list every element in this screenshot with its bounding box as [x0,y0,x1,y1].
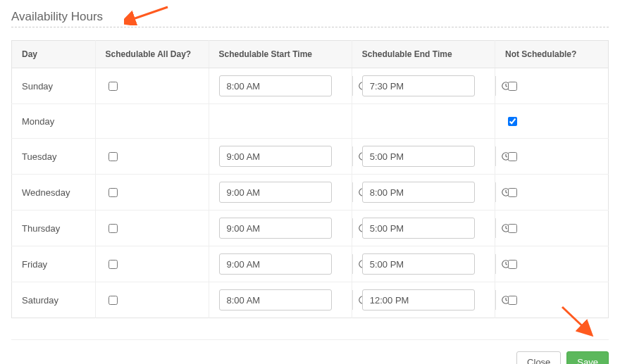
end-time-input[interactable] [363,187,495,198]
day-cell: Friday [12,246,96,282]
allday-checkbox[interactable] [108,224,118,233]
not-schedulable-checkbox[interactable] [508,224,517,233]
start-cell [209,282,352,318]
table-row: Wednesday [12,175,609,211]
end-cell [352,104,495,139]
not-cell [495,68,609,104]
end-cell [352,139,495,175]
end-time-input[interactable] [363,223,495,234]
start-time-input[interactable] [220,187,352,198]
start-cell [209,246,352,282]
start-time-input[interactable] [220,223,352,234]
end-time-input[interactable] [363,81,495,92]
day-cell: Monday [12,104,96,139]
allday-checkbox[interactable] [108,188,118,197]
col-header-end: Schedulable End Time [352,41,495,68]
not-schedulable-checkbox[interactable] [508,260,517,269]
not-cell [495,175,609,211]
annotation-arrow-icon [124,4,173,25]
table-row: Friday [12,246,609,282]
table-row: Monday [12,104,609,139]
table-row: Saturday [12,282,609,318]
col-header-start: Schedulable Start Time [209,41,352,68]
start-time-field[interactable] [219,218,332,239]
not-schedulable-checkbox[interactable] [508,82,517,91]
end-cell [352,211,495,246]
save-button[interactable]: Save [566,351,609,364]
start-time-field[interactable] [219,75,332,96]
allday-cell [95,282,209,318]
day-cell: Wednesday [12,175,96,211]
not-cell [495,246,609,282]
not-schedulable-checkbox[interactable] [508,152,517,161]
end-time-input[interactable] [363,151,495,162]
allday-cell [95,139,209,175]
start-cell [209,68,352,104]
day-cell: Thursday [12,211,96,246]
allday-cell [95,175,209,211]
footer: Close Save [11,339,609,364]
start-time-input[interactable] [220,151,352,162]
end-time-field[interactable] [362,289,475,310]
end-time-field[interactable] [362,253,475,275]
day-cell: Saturday [12,282,96,318]
start-time-field[interactable] [219,253,332,275]
allday-cell [95,68,209,104]
end-time-field[interactable] [362,75,475,96]
allday-cell [95,211,209,246]
start-cell [209,104,352,139]
allday-checkbox[interactable] [108,296,118,305]
section-title-text: Availability Hours [11,10,103,23]
not-cell [495,139,609,175]
not-schedulable-checkbox[interactable] [508,188,517,197]
start-time-input[interactable] [220,81,352,92]
start-cell [209,139,352,175]
day-cell: Sunday [12,68,96,104]
end-time-field[interactable] [362,182,475,203]
not-schedulable-checkbox[interactable] [508,296,517,305]
allday-checkbox[interactable] [108,82,118,91]
end-cell [352,246,495,282]
end-time-field[interactable] [362,218,475,239]
end-time-input[interactable] [363,295,495,306]
section-title: Availability Hours [11,10,609,27]
not-schedulable-checkbox[interactable] [508,117,517,126]
end-time-input[interactable] [363,259,495,270]
not-cell [495,104,609,139]
allday-cell [95,104,209,139]
start-cell [209,211,352,246]
start-time-input[interactable] [220,295,352,306]
svg-line-0 [131,7,168,20]
start-time-field[interactable] [219,182,332,203]
col-header-allday: Schedulable All Day? [95,41,209,68]
table-row: Sunday [12,68,609,104]
start-time-field[interactable] [219,289,332,310]
table-row: Tuesday [12,139,609,175]
table-row: Thursday [12,211,609,246]
availability-table: Day Schedulable All Day? Schedulable Sta… [11,40,609,318]
allday-cell [95,246,209,282]
not-cell [495,282,609,318]
start-time-input[interactable] [220,259,352,270]
end-time-field[interactable] [362,146,475,167]
allday-checkbox[interactable] [108,152,118,161]
col-header-not: Not Schedulable? [495,41,609,68]
end-cell [352,68,495,104]
allday-checkbox[interactable] [108,260,118,269]
start-time-field[interactable] [219,146,332,167]
end-cell [352,175,495,211]
not-cell [495,211,609,246]
close-button[interactable]: Close [516,351,561,364]
day-cell: Tuesday [12,139,96,175]
col-header-day: Day [12,41,96,68]
start-cell [209,175,352,211]
end-cell [352,282,495,318]
